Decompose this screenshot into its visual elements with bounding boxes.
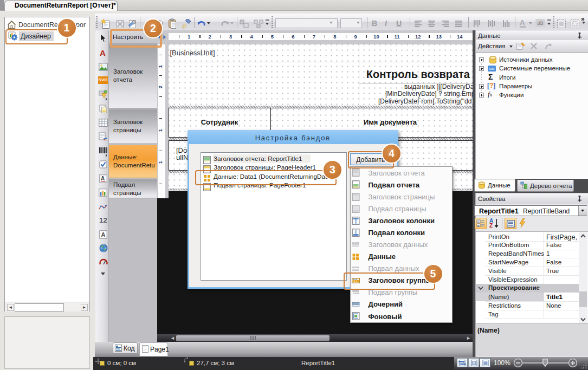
svg-text:A: A [101, 231, 105, 238]
svg-text:A: A [101, 176, 105, 181]
svg-text:+: + [477, 224, 480, 227]
svg-text:+: + [477, 220, 480, 223]
